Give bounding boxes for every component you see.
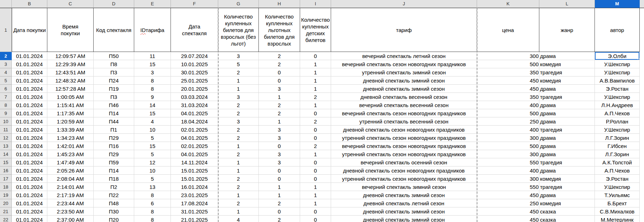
cell-b5[interactable]: 01.01.2024 <box>12 76 47 85</box>
cell-b15[interactable]: 01.01.2024 <box>12 158 47 166</box>
cell-g11[interactable]: 2 <box>218 126 259 134</box>
column-header-c[interactable]: C <box>47 0 94 8</box>
cell-g22[interactable]: 4 <box>218 216 259 222</box>
cell-d5[interactable]: П24 <box>94 76 134 85</box>
cell-c10[interactable]: 1:20:59 AM <box>47 117 94 126</box>
cell-k15[interactable]: 550 <box>477 158 539 166</box>
cell-b12[interactable]: 01.01.2024 <box>12 134 47 142</box>
cell-g17[interactable]: 2 <box>218 175 259 183</box>
cell-b8[interactable]: 01.01.2024 <box>12 101 47 109</box>
cell-h20[interactable]: 2 <box>259 199 300 207</box>
cell-f8[interactable]: 31.03.2024 <box>171 101 218 109</box>
cell-h10[interactable]: 1 <box>259 117 300 126</box>
cell-i20[interactable]: 1 <box>300 199 331 207</box>
cell-k9[interactable]: 500 <box>477 109 539 117</box>
cell-b14[interactable]: 01.01.2024 <box>12 150 47 158</box>
cell-m6[interactable]: Э.Ростан <box>595 85 640 93</box>
cell-f5[interactable]: 25.01.2025 <box>171 76 218 85</box>
row-header-18[interactable]: 18 <box>0 183 12 191</box>
cell-h2[interactable]: 2 <box>259 52 300 60</box>
cell-d15[interactable]: П59 <box>94 158 134 166</box>
cell-f2[interactable]: 29.07.2024 <box>171 52 218 60</box>
cell-g21[interactable]: 1 <box>218 207 259 216</box>
cell-e5[interactable]: 8 <box>134 76 171 85</box>
cell-m1[interactable]: автор <box>595 8 640 52</box>
cell-e6[interactable]: 8 <box>134 85 171 93</box>
row-header-22[interactable]: 22 <box>0 216 12 222</box>
cell-b4[interactable]: 01.01.2024 <box>12 68 47 76</box>
cell-e18[interactable]: 13 <box>134 183 171 191</box>
row-header-15[interactable]: 15 <box>0 158 12 166</box>
cell-l2[interactable]: драма <box>539 52 595 60</box>
cell-g8[interactable]: 2 <box>218 101 259 109</box>
cell-b6[interactable]: 01.01.2024 <box>12 85 47 93</box>
cell-b17[interactable]: 01.01.2024 <box>12 175 47 183</box>
cell-b18[interactable]: 01.01.2024 <box>12 183 47 191</box>
cell-l11[interactable]: трагедия <box>539 126 595 134</box>
cell-c16[interactable]: 2:05:26 AM <box>47 166 94 175</box>
row-header-1[interactable]: 1 <box>0 8 12 52</box>
cell-c2[interactable]: 12:09:57 AM <box>47 52 94 60</box>
cell-l6[interactable]: драма <box>539 85 595 93</box>
cell-e12[interactable]: 5 <box>134 134 171 142</box>
cell-m19[interactable]: Т.Уильямс <box>595 191 640 199</box>
cell-g9[interactable]: 2 <box>218 109 259 117</box>
row-header-14[interactable]: 14 <box>0 150 12 158</box>
cell-h7[interactable]: 1 <box>259 93 300 101</box>
cell-f12[interactable]: 04.01.2025 <box>171 134 218 142</box>
cell-j16[interactable]: дневной спектакль сезон новогодних празд… <box>331 166 477 175</box>
cell-i3[interactable]: 1 <box>300 60 331 68</box>
cell-e10[interactable]: 4 <box>134 117 171 126</box>
cell-l1[interactable]: жанр <box>539 8 595 52</box>
cell-h14[interactable]: 3 <box>259 150 300 158</box>
cell-l15[interactable]: трагедия <box>539 158 595 166</box>
cell-c12[interactable]: 1:34:23 AM <box>47 134 94 142</box>
cell-f9[interactable]: 04.01.2025 <box>171 109 218 117</box>
cell-c11[interactable]: 1:33:39 AM <box>47 126 94 134</box>
cell-d11[interactable]: П1 <box>94 126 134 134</box>
cell-g18[interactable]: 2 <box>218 183 259 191</box>
cell-i7[interactable]: 2 <box>300 93 331 101</box>
cell-c20[interactable]: 2:23:44 AM <box>47 199 94 207</box>
cell-c14[interactable]: 1:45:23 AM <box>47 150 94 158</box>
row-header-2[interactable]: 2 <box>0 52 12 60</box>
cell-f10[interactable]: 18.04.2024 <box>171 117 218 126</box>
cell-f1[interactable]: Дата спектакля <box>171 8 218 52</box>
row-header-8[interactable]: 8 <box>0 101 12 109</box>
cell-k21[interactable]: 450 <box>477 207 539 216</box>
cell-d8[interactable]: П46 <box>94 101 134 109</box>
cell-k10[interactable]: 250 <box>477 117 539 126</box>
cell-m11[interactable]: У.Шекспир <box>595 126 640 134</box>
cell-k14[interactable]: 300 <box>477 150 539 158</box>
cell-k4[interactable]: 350 <box>477 68 539 76</box>
cell-m8[interactable]: Л.Н.Андреев <box>595 101 640 109</box>
cell-d22[interactable]: П20 <box>94 216 134 222</box>
cell-e17[interactable]: 5 <box>134 175 171 183</box>
column-header-b[interactable]: B <box>12 0 47 8</box>
cell-m20[interactable]: Б.Брехт <box>595 199 640 207</box>
cell-m14[interactable]: Л.Г.Зорин <box>595 150 640 158</box>
column-header-h[interactable]: H <box>259 0 300 8</box>
cell-b9[interactable]: 01.01.2024 <box>12 109 47 117</box>
cell-l13[interactable]: драма <box>539 142 595 150</box>
cell-h4[interactable]: 0 <box>259 68 300 76</box>
cell-f17[interactable]: 15.01.2025 <box>171 175 218 183</box>
cell-f20[interactable]: 17.08.2024 <box>171 199 218 207</box>
cell-e20[interactable]: 6 <box>134 199 171 207</box>
cell-l14[interactable]: драма <box>539 150 595 158</box>
cell-i14[interactable]: 1 <box>300 150 331 158</box>
cell-b19[interactable]: 01.01.2024 <box>12 191 47 199</box>
cell-g16[interactable]: 1 <box>218 166 259 175</box>
cell-m17[interactable]: Э.Ростан <box>595 175 640 183</box>
cell-l10[interactable]: драма <box>539 117 595 126</box>
cell-b13[interactable]: 01.01.2024 <box>12 142 47 150</box>
column-header-l[interactable]: L <box>539 0 595 8</box>
cell-k7[interactable]: 350 <box>477 93 539 101</box>
cell-h8[interactable]: 2 <box>259 101 300 109</box>
cell-d2[interactable]: П50 <box>94 52 134 60</box>
cell-c17[interactable]: 2:08:04 AM <box>47 175 94 183</box>
cell-b11[interactable]: 01.01.2024 <box>12 126 47 134</box>
cell-j7[interactable]: дневной спектакль весенний сезон <box>331 93 477 101</box>
cell-l12[interactable]: драма <box>539 134 595 142</box>
cell-f18[interactable]: 16.01.2024 <box>171 183 218 191</box>
